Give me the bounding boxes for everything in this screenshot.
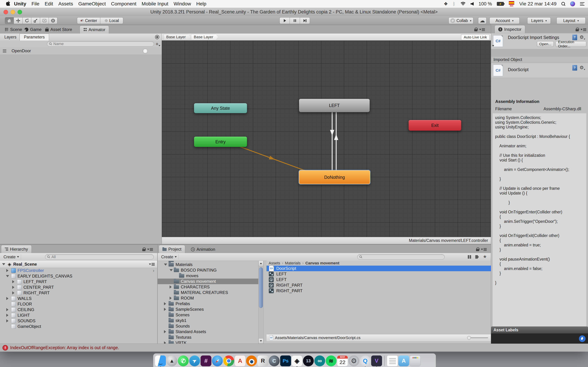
drag-handle-icon[interactable] [3, 50, 6, 52]
state-node-exit[interactable]: Exit [408, 120, 461, 131]
hierarchy-item[interactable]: EARLY DELIGHTS_CANVAS [0, 273, 157, 279]
gear-icon[interactable]: ⚙ [579, 35, 585, 40]
safari-icon[interactable] [212, 355, 223, 366]
hierarchy-item[interactable]: WALLS [0, 296, 157, 301]
project-tree-item[interactable]: CHARACTERS [158, 284, 258, 290]
inspector-panel-options[interactable] [574, 25, 588, 33]
menu-gameobject[interactable]: GameObject [76, 1, 108, 7]
chrome-icon[interactable] [223, 355, 234, 366]
hierarchy-panel-options[interactable] [139, 245, 156, 253]
cloud-button[interactable]: ☁ [478, 17, 486, 24]
tab-animator[interactable]: Animator [80, 25, 109, 33]
parameter-row[interactable]: OpenDoor [0, 47, 162, 55]
project-tree-item[interactable]: SampleScenes [158, 307, 258, 312]
menu-component[interactable]: Component [109, 1, 139, 7]
thumbnail-zoom-slider[interactable] [467, 336, 488, 340]
project-tree-item[interactable]: Materials [158, 262, 258, 267]
battery-icon[interactable]: ⚡ [497, 2, 504, 6]
disclosure-icon[interactable] [164, 302, 166, 305]
wifi-icon[interactable] [460, 2, 466, 6]
menu-assets[interactable]: Assets [56, 1, 76, 7]
breadcrumb-base-layer-current[interactable]: Base Layer [191, 34, 218, 40]
project-tree-item[interactable]: Prefabs [158, 301, 258, 307]
step-button[interactable] [300, 17, 310, 24]
project-tree-item[interactable]: moves [158, 273, 258, 279]
disclosure-icon[interactable] [170, 285, 172, 289]
help-book-icon[interactable]: ? [572, 65, 577, 71]
tab-game[interactable]: Game [21, 25, 45, 33]
state-node-donothing[interactable]: DoNothing [299, 170, 370, 184]
applications-folder-icon[interactable]: A [398, 355, 409, 366]
hierarchy-item[interactable]: GameObject [0, 324, 157, 329]
scene-header-row[interactable]: ◈ Real_Scene [0, 261, 157, 268]
project-tree-item[interactable]: Sounds [158, 323, 258, 329]
panel-menu-icon[interactable] [479, 28, 485, 31]
disclosure-icon[interactable] [6, 275, 9, 277]
project-tree-item[interactable]: skyb1 [158, 318, 258, 323]
volume-icon[interactable] [471, 2, 474, 6]
breadcrumb-base-layer[interactable]: Base Layer [164, 34, 190, 40]
state-machine-canvas[interactable]: Any State Entry LEFT DoNothing Exit [162, 41, 491, 237]
menu-clock[interactable]: Vie 22 mar 14:49 [519, 1, 556, 6]
apple-menu-icon[interactable] [3, 1, 11, 7]
visual-studio-icon[interactable]: V [371, 355, 382, 366]
gear-icon[interactable]: ⚙ [579, 65, 585, 70]
tab-inspector[interactable]: i Inspector [494, 25, 525, 33]
project-tree-item[interactable]: ROOM [158, 295, 258, 301]
processing-icon[interactable]: 13 [303, 355, 314, 366]
spotlight-icon[interactable] [562, 2, 565, 6]
state-node-entry[interactable]: Entry [194, 136, 247, 147]
project-file-selected[interactable]: C# DoorScript [267, 266, 491, 271]
launcher-icon[interactable]: ▲ [166, 355, 177, 366]
dropbox-icon[interactable]: ❖ [444, 1, 448, 6]
project-tree-item-selected[interactable]: Canvas movement [158, 279, 258, 284]
trigger-radio[interactable] [143, 49, 148, 53]
disclosure-icon[interactable] [6, 297, 9, 300]
hierarchy-item[interactable]: LIGHT [0, 312, 157, 318]
bluetooth-icon[interactable]: ᛒ [453, 1, 456, 6]
lock-icon[interactable] [474, 28, 478, 32]
siri-icon[interactable] [570, 1, 575, 6]
hierarchy-item[interactable]: FPSController › [0, 268, 157, 273]
tab-hierarchy[interactable]: Hierarchy [1, 245, 32, 253]
parameter-search-input[interactable]: Name [47, 41, 154, 47]
layout-dropdown[interactable]: Layout▾ [556, 17, 586, 24]
telegram-icon[interactable]: ➤ [189, 355, 200, 366]
keyboard-layout-icon[interactable]: ISO [509, 1, 514, 7]
prefab-chevron-icon[interactable]: › [153, 268, 154, 273]
disclosure-icon[interactable] [6, 319, 9, 322]
project-file[interactable]: LEFT [267, 271, 491, 277]
disclosure-icon[interactable] [12, 286, 14, 289]
zoom-window-button[interactable] [17, 10, 22, 14]
layers-dropdown[interactable]: Layers▾ [527, 17, 551, 24]
project-create-button[interactable]: Create [159, 254, 179, 259]
asset-labels-header[interactable]: Asset Labels [491, 326, 588, 334]
hierarchy-item[interactable]: CEILING [0, 307, 157, 312]
panel-menu-icon[interactable] [147, 248, 153, 251]
project-tree-item[interactable]: Texturas [158, 334, 258, 340]
blender-icon[interactable] [246, 355, 257, 366]
hierarchy-item[interactable]: CENTER_PART [0, 284, 157, 290]
rhino-icon[interactable]: R [257, 355, 268, 366]
rotate-tool-button[interactable] [22, 17, 31, 24]
hierarchy-create-button[interactable]: Create [2, 254, 21, 259]
documents-stack-icon[interactable] [387, 355, 398, 366]
disclosure-icon[interactable] [12, 280, 14, 283]
arduino-icon[interactable]: ∞ [314, 355, 325, 366]
hierarchy-item[interactable]: FLOOR [0, 301, 157, 307]
pivot-toggle-button[interactable]: Center [77, 17, 100, 24]
rect-tool-button[interactable] [40, 17, 49, 24]
panel-menu-icon[interactable] [481, 248, 487, 251]
tab-animation[interactable]: Animation [187, 245, 219, 253]
disclosure-icon[interactable] [6, 314, 9, 317]
unity-dock-icon[interactable]: ◈ [292, 355, 303, 366]
calendar-icon[interactable]: MAR 22 [337, 355, 348, 366]
hand-tool-button[interactable] [5, 17, 14, 24]
project-tree-item[interactable]: Scenes [158, 312, 258, 318]
open-button[interactable]: Open... [537, 41, 554, 47]
spotify-icon[interactable]: ≋ [326, 355, 337, 366]
disclosure-icon[interactable] [164, 330, 166, 333]
tab-project[interactable]: Project [159, 245, 185, 253]
disclosure-icon[interactable] [164, 264, 167, 266]
play-button[interactable] [279, 17, 290, 24]
